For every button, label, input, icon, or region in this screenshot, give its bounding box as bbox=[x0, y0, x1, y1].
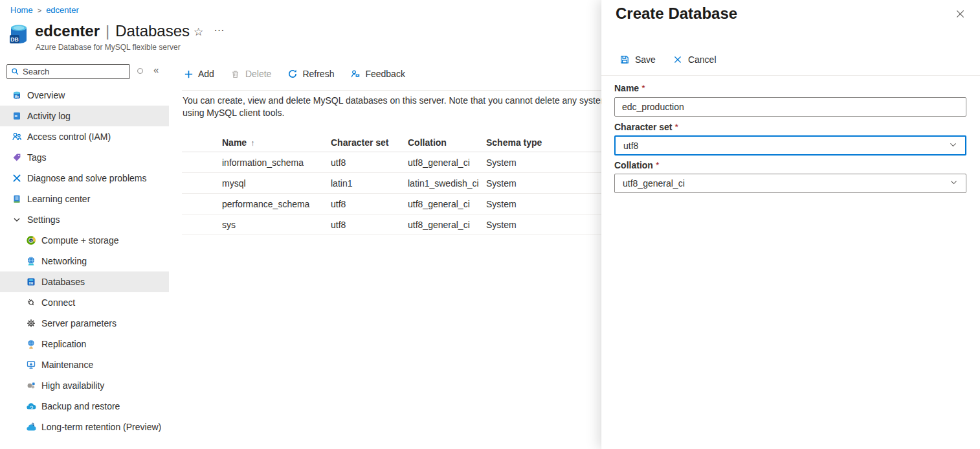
column-header-name[interactable]: Name↑ bbox=[222, 137, 331, 148]
collapse-menu-icon[interactable]: « bbox=[153, 64, 159, 75]
sidebar-item-networking[interactable]: Networking bbox=[0, 251, 169, 271]
save-button[interactable]: Save bbox=[619, 54, 656, 65]
chevron-down-icon bbox=[12, 214, 22, 225]
connect-icon bbox=[26, 297, 36, 308]
sidebar-item-long-term-retention[interactable]: Long-term retention (Preview) bbox=[0, 417, 169, 437]
delete-button[interactable]: Delete bbox=[230, 69, 271, 79]
compute-storage-icon: s bbox=[26, 235, 36, 246]
long-term-retention-icon bbox=[26, 422, 36, 432]
sidebar-item-access-control[interactable]: Access control (IAM) bbox=[0, 126, 169, 147]
sidebar-item-compute-storage[interactable]: s Compute + storage bbox=[0, 230, 169, 251]
cancel-icon bbox=[673, 54, 683, 65]
table-row[interactable]: performance_schema utf8 utf8_general_ci … bbox=[182, 194, 604, 214]
table-row[interactable]: sys utf8 utf8_general_ci System bbox=[182, 214, 604, 235]
sort-ascending-icon: ↑ bbox=[251, 139, 254, 148]
sidebar-group-settings[interactable]: Settings bbox=[0, 209, 169, 230]
cancel-button[interactable]: Cancel bbox=[673, 54, 717, 65]
sidebar-menu: My Overview Activity log Access control … bbox=[0, 85, 169, 437]
breadcrumb-separator-icon: > bbox=[38, 6, 41, 14]
sidebar-item-high-availability[interactable]: High availability bbox=[0, 375, 169, 396]
mysql-server-icon: My bbox=[12, 90, 22, 100]
column-header-character-set[interactable]: Character set bbox=[331, 137, 408, 148]
name-label: Name* bbox=[614, 83, 645, 93]
mysql-database-icon: DB bbox=[9, 23, 28, 48]
refresh-icon bbox=[287, 69, 298, 79]
refresh-button[interactable]: Refresh bbox=[287, 69, 334, 79]
circle-toggle-icon[interactable] bbox=[137, 68, 143, 74]
add-icon bbox=[183, 69, 194, 79]
access-control-icon bbox=[12, 132, 22, 142]
table-row[interactable]: mysql latin1 latin1_swedish_ci System bbox=[182, 173, 604, 194]
breadcrumb-current-link[interactable]: edcenter bbox=[46, 5, 79, 15]
chevron-down-icon bbox=[949, 141, 957, 151]
breadcrumb-home-link[interactable]: Home bbox=[10, 5, 33, 15]
chevron-down-icon bbox=[950, 178, 958, 189]
sidebar-item-tags[interactable]: Tags bbox=[0, 147, 169, 168]
sidebar-item-maintenance[interactable]: Maintenance bbox=[0, 354, 169, 375]
sidebar-item-replication[interactable]: Replication bbox=[0, 334, 169, 354]
sidebar-item-activity-log[interactable]: Activity log bbox=[0, 106, 169, 126]
sidebar-search[interactable] bbox=[6, 64, 130, 79]
collation-label: Collation* bbox=[614, 160, 659, 170]
learning-center-icon bbox=[12, 194, 22, 204]
databases-table: Name↑ Character set Collation Schema typ… bbox=[182, 133, 604, 235]
panel-divider bbox=[601, 75, 980, 76]
sidebar-item-diagnose[interactable]: Diagnose and solve problems bbox=[0, 168, 169, 189]
close-icon[interactable] bbox=[955, 9, 965, 21]
toolbar-divider bbox=[182, 90, 609, 91]
backup-restore-icon bbox=[26, 401, 36, 411]
high-availability-icon bbox=[26, 380, 36, 391]
required-marker: * bbox=[641, 83, 645, 93]
add-button[interactable]: Add bbox=[183, 69, 214, 79]
column-header-schema-type[interactable]: Schema type bbox=[486, 137, 604, 148]
sidebar-item-server-parameters[interactable]: Server parameters bbox=[0, 313, 169, 334]
sidebar-item-databases[interactable]: DB Databases bbox=[0, 271, 169, 292]
table-row[interactable]: information_schema utf8 utf8_general_ci … bbox=[182, 152, 604, 173]
required-marker: * bbox=[675, 122, 678, 132]
svg-text:DB: DB bbox=[29, 282, 34, 285]
sidebar-item-connect[interactable]: Connect bbox=[0, 292, 169, 313]
diagnose-icon bbox=[12, 173, 22, 183]
breadcrumb: Home > edcenter bbox=[10, 5, 79, 15]
page-description: You can create, view and delete MySQL da… bbox=[183, 95, 642, 119]
delete-icon bbox=[230, 69, 241, 79]
panel-title: Create Database bbox=[616, 5, 737, 23]
name-field[interactable] bbox=[614, 97, 966, 117]
required-marker: * bbox=[656, 160, 659, 170]
networking-icon bbox=[26, 256, 36, 266]
save-icon bbox=[619, 54, 630, 65]
page-subtitle: Azure Database for MySQL flexible server bbox=[36, 43, 181, 52]
search-input[interactable] bbox=[23, 67, 126, 76]
activity-log-icon bbox=[12, 111, 22, 121]
column-header-collation[interactable]: Collation bbox=[408, 137, 486, 148]
feedback-icon bbox=[350, 69, 361, 79]
tag-icon bbox=[12, 152, 22, 163]
command-bar: Add Delete Refresh Feedback bbox=[183, 69, 421, 79]
panel-command-bar: Save Cancel bbox=[619, 54, 733, 65]
table-header-row: Name↑ Character set Collation Schema typ… bbox=[182, 133, 604, 152]
character-set-label: Character set* bbox=[614, 122, 678, 132]
collation-dropdown[interactable]: utf8_general_ci bbox=[614, 174, 966, 193]
svg-text:DB: DB bbox=[10, 36, 18, 43]
maintenance-icon bbox=[26, 360, 36, 370]
sidebar: « My Overview Activity log Access contro… bbox=[0, 62, 169, 449]
sidebar-item-backup-restore[interactable]: Backup and restore bbox=[0, 396, 169, 417]
sidebar-item-overview[interactable]: My Overview bbox=[0, 85, 169, 106]
replication-icon bbox=[26, 339, 36, 349]
feedback-button[interactable]: Feedback bbox=[350, 69, 405, 79]
page-title: edcenter|Databases bbox=[35, 22, 190, 40]
server-parameters-icon bbox=[26, 318, 36, 328]
create-database-panel: Create Database Save Cancel Name* Charac… bbox=[601, 0, 980, 449]
databases-icon: DB bbox=[26, 277, 36, 287]
sidebar-item-learning-center[interactable]: Learning center bbox=[0, 189, 169, 209]
svg-text:My: My bbox=[15, 95, 19, 98]
search-icon bbox=[11, 67, 19, 77]
character-set-dropdown[interactable]: utf8 bbox=[614, 135, 966, 155]
